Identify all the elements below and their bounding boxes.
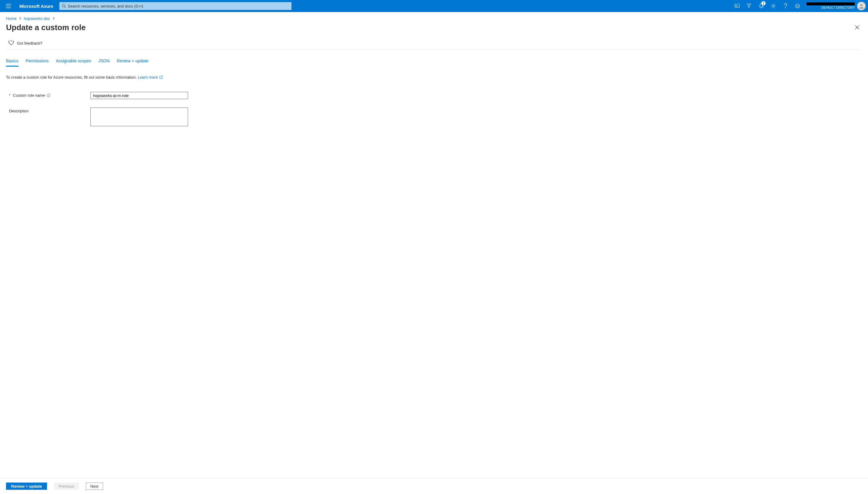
description-label: Description: [6, 108, 90, 113]
tab-assignable-scopes[interactable]: Assignable scopes: [56, 58, 91, 66]
search-wrap: [59, 2, 292, 10]
footer-bar: Review + update Previous Next: [0, 478, 868, 494]
breadcrumb: Home hopsworks-doc: [6, 16, 862, 21]
review-update-button[interactable]: Review + update: [6, 482, 47, 490]
svg-point-8: [785, 7, 786, 8]
heart-icon: [8, 41, 14, 45]
breadcrumb-separator: [52, 16, 55, 21]
external-link-icon: [160, 75, 163, 80]
account-name-redacted: [807, 2, 855, 5]
tab-review-update[interactable]: Review + update: [117, 58, 149, 66]
settings-icon[interactable]: [767, 0, 779, 12]
directory-label: DEFAULT DIRECTORY: [807, 6, 855, 10]
feedback-link[interactable]: Got feedback?: [6, 32, 862, 50]
svg-rect-5: [735, 4, 740, 7]
tab-basics[interactable]: Basics: [6, 58, 18, 66]
svg-point-12: [861, 4, 863, 6]
search-icon: [62, 4, 66, 8]
svg-point-11: [798, 5, 798, 6]
tab-json[interactable]: JSON: [98, 58, 109, 66]
feedback-icon[interactable]: [791, 0, 804, 12]
svg-point-7: [773, 5, 774, 7]
help-text: To create a custom role for Azure resour…: [6, 66, 862, 80]
notification-badge: 1: [761, 1, 765, 5]
tabs: Basics Permissions Assignable scopes JSO…: [6, 50, 862, 66]
svg-point-9: [796, 4, 799, 8]
notifications-icon[interactable]: 1: [755, 0, 767, 12]
svg-point-3: [62, 4, 65, 7]
brand-label[interactable]: Microsoft Azure: [19, 4, 53, 9]
search-input[interactable]: [66, 4, 289, 8]
basics-form: * Custom role name Description: [6, 80, 862, 127]
menu-button[interactable]: [2, 0, 15, 12]
tab-permissions[interactable]: Permissions: [25, 58, 49, 66]
page-title: Update a custom role: [6, 23, 86, 32]
svg-point-18: [49, 94, 49, 95]
svg-line-15: [161, 76, 163, 77]
cloud-shell-icon[interactable]: [731, 0, 743, 12]
next-button[interactable]: Next: [86, 482, 103, 490]
required-asterisk: *: [9, 93, 11, 98]
role-name-label: * Custom role name: [6, 92, 90, 98]
learn-more-link[interactable]: Learn more: [138, 75, 158, 79]
top-icons: 1 DEFAULT DIRECTORY: [731, 0, 866, 12]
previous-button: Previous: [54, 482, 79, 490]
directory-filter-icon[interactable]: [743, 0, 755, 12]
avatar[interactable]: [857, 2, 866, 10]
breadcrumb-resource[interactable]: hopsworks-doc: [24, 16, 50, 21]
svg-line-4: [64, 7, 66, 8]
search-box[interactable]: [59, 2, 292, 10]
close-button[interactable]: [852, 23, 862, 32]
info-icon[interactable]: [47, 93, 51, 97]
account-block[interactable]: DEFAULT DIRECTORY: [804, 2, 866, 10]
feedback-label: Got feedback?: [17, 41, 42, 45]
top-bar: Microsoft Azure 1 DEFAULT DIRE: [0, 0, 868, 12]
description-input[interactable]: [90, 108, 188, 126]
help-icon[interactable]: [779, 0, 791, 12]
role-name-input[interactable]: [90, 92, 188, 99]
content-area: Home hopsworks-doc Update a custom role …: [0, 12, 868, 478]
breadcrumb-home[interactable]: Home: [6, 16, 17, 21]
breadcrumb-separator: [19, 16, 21, 21]
